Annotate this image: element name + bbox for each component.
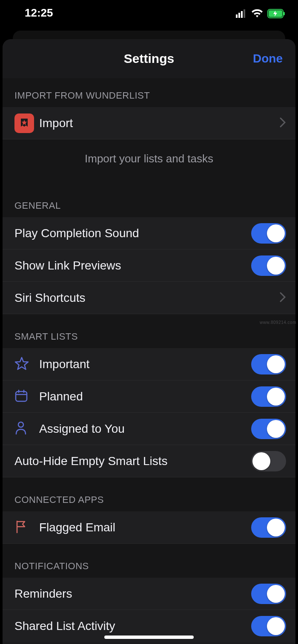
reminders-toggle[interactable] (251, 584, 286, 604)
cellular-icon (236, 6, 247, 20)
reminders-row[interactable]: Reminders (3, 578, 295, 610)
flagged-email-label: Flagged Email (39, 521, 251, 534)
svg-rect-2 (241, 11, 243, 18)
flagged-email-row[interactable]: Flagged Email (3, 511, 295, 544)
done-button[interactable]: Done (253, 52, 283, 65)
assigned-label: Assigned to You (39, 422, 251, 436)
svg-rect-1 (238, 13, 240, 18)
watermark: www.809214.com (260, 320, 296, 324)
planned-label: Planned (39, 390, 251, 403)
calendar-icon (14, 389, 28, 404)
status-time: 12:25 (13, 6, 53, 20)
link-previews-toggle[interactable] (251, 255, 286, 276)
link-previews-label: Show Link Previews (14, 259, 251, 272)
planned-toggle[interactable] (251, 386, 286, 407)
page-title: Settings (124, 51, 174, 66)
autohide-row[interactable]: Auto-Hide Empty Smart Lists (3, 445, 295, 477)
status-bar: 12:25 (0, 0, 298, 26)
autohide-toggle[interactable] (251, 451, 286, 471)
import-label: Import (39, 116, 279, 130)
link-previews-row[interactable]: Show Link Previews (3, 250, 295, 282)
flag-icon (14, 519, 27, 536)
planned-row[interactable]: Planned (3, 380, 295, 413)
section-header-general: GENERAL (3, 183, 295, 217)
svg-rect-6 (284, 12, 285, 15)
wunderlist-icon (14, 113, 34, 133)
siri-shortcuts-row[interactable]: Siri Shortcuts (3, 282, 295, 314)
import-row[interactable]: Import (3, 107, 295, 139)
section-header-import: IMPORT FROM WUNDERLIST (3, 78, 295, 107)
section-header-connected: CONNECTED APPS (3, 477, 295, 511)
import-footer: Import your lists and tasks (3, 139, 295, 183)
chevron-right-icon (279, 117, 286, 130)
important-row[interactable]: Important (3, 348, 295, 380)
svg-rect-3 (244, 9, 245, 18)
play-sound-row[interactable]: Play Completion Sound (3, 217, 295, 250)
home-indicator[interactable] (104, 635, 194, 639)
person-icon (14, 421, 27, 437)
assigned-row[interactable]: Assigned to You (3, 413, 295, 445)
assigned-toggle[interactable] (251, 419, 286, 439)
battery-charging-icon (267, 6, 285, 20)
wifi-icon (251, 6, 263, 20)
modal-header: Settings Done (3, 39, 295, 78)
reminders-label: Reminders (14, 587, 251, 601)
section-header-smart: SMART LISTS (3, 314, 295, 348)
shared-activity-label: Shared List Activity (14, 619, 251, 633)
autohide-label: Auto-Hide Empty Smart Lists (14, 454, 251, 468)
siri-shortcuts-label: Siri Shortcuts (14, 291, 279, 305)
settings-modal: Settings Done IMPORT FROM WUNDERLIST Imp… (3, 39, 295, 644)
shared-activity-toggle[interactable] (251, 616, 286, 636)
svg-rect-0 (236, 14, 238, 18)
play-sound-label: Play Completion Sound (14, 227, 251, 240)
flagged-email-toggle[interactable] (251, 517, 286, 538)
chevron-right-icon (279, 292, 286, 304)
important-toggle[interactable] (251, 354, 286, 374)
star-icon (14, 356, 29, 372)
important-label: Important (39, 357, 251, 371)
play-sound-toggle[interactable] (251, 223, 286, 244)
svg-rect-7 (16, 392, 27, 401)
status-indicators (236, 6, 285, 20)
svg-point-11 (18, 422, 23, 427)
section-header-notifications: NOTIFICATIONS (3, 544, 295, 578)
